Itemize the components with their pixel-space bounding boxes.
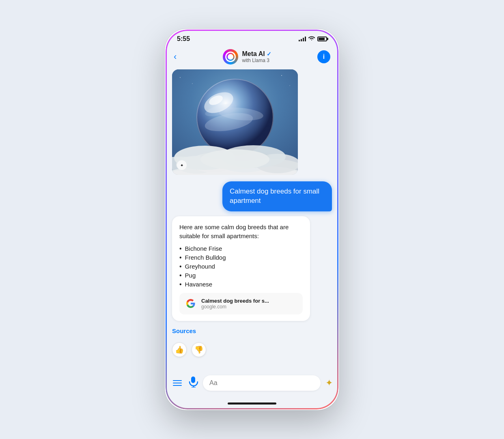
svg-point-2	[180, 77, 181, 78]
source-title: Calmest dog breeds for s...	[201, 298, 269, 304]
sources-label[interactable]: Sources	[172, 327, 332, 334]
source-info: Calmest dog breeds for s... google.com	[201, 298, 269, 310]
source-url: google.com	[201, 304, 269, 310]
source-card[interactable]: Calmest dog breeds for s... google.com	[179, 293, 303, 314]
verified-badge-icon: ✓	[267, 51, 271, 57]
google-icon	[185, 298, 196, 309]
status-time: 5:55	[177, 35, 190, 43]
home-indicator	[166, 397, 338, 409]
sparkle-icon[interactable]: ✦	[325, 378, 333, 388]
meta-ai-logo	[223, 49, 238, 65]
svg-point-4	[289, 85, 290, 86]
thumbs-down-button[interactable]: 👎	[192, 342, 206, 357]
breed-item-4: Pug	[179, 271, 303, 280]
breed-name-2: French Bulldog	[185, 254, 226, 261]
svg-rect-26	[191, 377, 195, 383]
ai-generated-image: ✦	[172, 69, 298, 175]
phone-frame: 5:55	[165, 29, 339, 410]
message-input[interactable]	[203, 375, 321, 391]
thumbs-up-button[interactable]: 👍	[172, 342, 187, 357]
header-title-group: Meta AI ✓ with Llama 3	[242, 50, 271, 63]
menu-line-2	[173, 383, 182, 383]
home-bar	[228, 402, 276, 405]
header-title: Meta AI ✓	[242, 50, 271, 58]
ai-breeds-list: Bichone Frise French Bulldog Greyhound P…	[179, 244, 303, 289]
battery-fill	[319, 38, 325, 40]
info-button[interactable]: i	[317, 50, 330, 63]
svg-point-25	[200, 149, 269, 170]
menu-button[interactable]	[171, 379, 183, 387]
menu-line-1	[173, 380, 182, 381]
signal-bar-2	[301, 39, 302, 41]
image-svg	[172, 69, 298, 175]
breed-name-4: Pug	[185, 272, 196, 279]
breed-item-2: French Bulldog	[179, 253, 303, 262]
watermark-icon: ✦	[177, 160, 187, 170]
user-message-bubble: Calmest dog breeds for small apartment	[222, 181, 332, 211]
breed-item-1: Bichone Frise	[179, 244, 303, 253]
breed-name-3: Greyhound	[185, 263, 215, 270]
meta-ai-name: Meta AI	[242, 50, 265, 58]
meta-ai-ring	[226, 53, 235, 61]
chat-area: ✦ Calmest dog breeds for small apartment…	[166, 69, 338, 371]
phone-content: 5:55	[166, 30, 338, 409]
breed-name-1: Bichone Frise	[185, 245, 222, 252]
reaction-buttons: 👍 👎	[172, 342, 332, 357]
svg-point-5	[192, 83, 193, 84]
signal-bar-4	[305, 37, 306, 41]
header-center: Meta AI ✓ with Llama 3	[223, 49, 271, 65]
ai-response-intro: Here are some calm dog breeds that are s…	[179, 223, 303, 241]
phone-wrapper: 5:55	[165, 29, 339, 410]
breed-item-3: Greyhound	[179, 262, 303, 271]
input-bar: ✦	[166, 371, 338, 397]
battery-icon	[317, 37, 327, 41]
signal-bar-1	[299, 40, 300, 41]
status-icons	[299, 36, 327, 42]
breed-item-5: Havanese	[179, 280, 303, 289]
header: ‹ Meta AI ✓ with Llama 3	[166, 46, 338, 69]
meta-ai-logo-inner	[225, 52, 236, 62]
user-message-text: Calmest dog breeds for small apartment	[230, 187, 319, 204]
back-button[interactable]: ‹	[174, 52, 177, 62]
svg-point-3	[281, 75, 282, 76]
microphone-icon[interactable]	[188, 376, 198, 390]
ai-response-card: Here are some calm dog breeds that are s…	[172, 216, 310, 321]
signal-bars-icon	[299, 37, 306, 41]
breed-name-5: Havanese	[185, 281, 213, 288]
status-bar: 5:55	[166, 30, 338, 46]
wifi-icon	[308, 36, 315, 42]
signal-bar-3	[303, 38, 304, 41]
header-subtitle: with Llama 3	[242, 58, 271, 63]
menu-line-3	[173, 385, 182, 386]
